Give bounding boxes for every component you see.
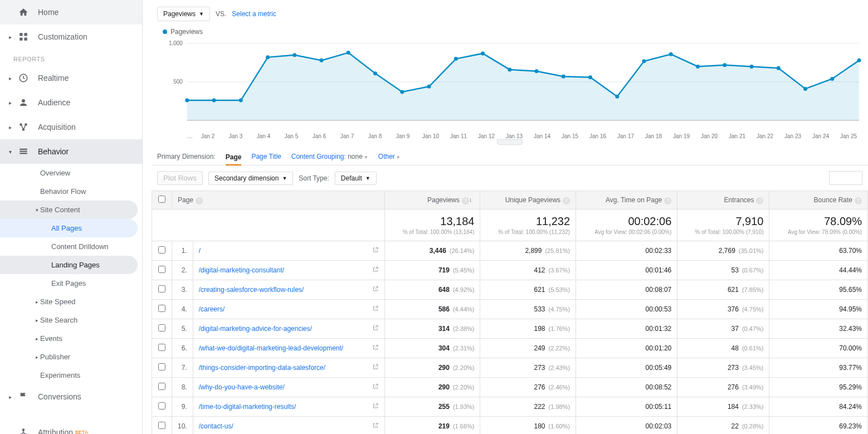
select-all-checkbox[interactable] [158, 196, 165, 203]
dimension-content-grouping[interactable]: Content Grouping: none▼ [291, 153, 368, 160]
row-page-cell: / [193, 241, 384, 261]
sub-exit-pages[interactable]: Exit Pages [0, 274, 142, 292]
nav-realtime-label: Realtime [38, 74, 69, 82]
sub-publisher[interactable]: ▸Publisher [0, 348, 142, 366]
svg-point-24 [292, 53, 296, 57]
metric-selector[interactable]: Pageviews ▼ [157, 7, 210, 21]
nav-conversions[interactable]: ▸ Conversions [0, 384, 142, 409]
external-link-icon[interactable] [372, 266, 379, 275]
help-icon[interactable]: ? [664, 197, 671, 204]
row-unique-pageviews: 249(2.22%) [480, 339, 576, 358]
external-link-icon[interactable] [372, 364, 379, 372]
external-link-icon[interactable] [372, 403, 379, 411]
dimension-other[interactable]: Other▼ [378, 153, 401, 160]
header-unique-pageviews[interactable]: Unique Pageviews? [480, 191, 576, 209]
nav-customization[interactable]: ▸ Customization [0, 25, 142, 49]
help-icon[interactable]: ? [563, 197, 570, 204]
row-unique-pageviews: 276(2.46%) [480, 378, 576, 397]
chart-drag-handle[interactable] [497, 139, 523, 145]
external-link-icon[interactable] [372, 325, 379, 333]
svg-point-29 [427, 85, 431, 89]
help-icon[interactable]: ? [756, 197, 763, 204]
page-link[interactable]: /digital-marketing-consultant/ [199, 266, 284, 274]
svg-point-25 [320, 58, 324, 62]
summary-unique: 11,232% of Total: 100.00% (11,232) [480, 209, 576, 241]
header-bounce-rate[interactable]: Bounce Rate? [769, 191, 868, 209]
page-link[interactable]: /time-to-digital-marketing-results/ [199, 403, 296, 411]
caret-right-icon: ▸ [33, 354, 40, 360]
legend-dot-icon [163, 30, 167, 34]
sub-site-search[interactable]: ▸Site Search [0, 311, 142, 329]
row-page-cell: /digital-marketing-advice-for-agencies/ [193, 319, 384, 339]
sub-landing-pages[interactable]: Landing Pages [0, 256, 138, 274]
svg-rect-2 [19, 38, 22, 41]
page-link[interactable]: / [199, 247, 201, 255]
row-unique-pageviews: 621(5.53%) [480, 280, 576, 300]
row-checkbox-cell [152, 280, 172, 300]
sort-type-dropdown[interactable]: Default ▼ [335, 172, 377, 185]
select-metric-link[interactable]: Select a metric [232, 10, 276, 18]
row-checkbox-cell [152, 339, 172, 358]
dimension-page-title[interactable]: Page Title [251, 153, 281, 160]
secondary-dimension-button[interactable]: Secondary dimension ▼ [208, 172, 293, 185]
external-link-icon[interactable] [372, 247, 379, 255]
sub-overview[interactable]: Overview [0, 164, 142, 182]
header-entrances[interactable]: Entrances? [677, 191, 769, 209]
header-avg-time[interactable]: Avg. Time on Page? [576, 191, 677, 209]
svg-point-27 [373, 71, 377, 75]
external-link-icon[interactable] [372, 344, 379, 353]
row-checkbox[interactable] [158, 324, 165, 331]
header-pageviews[interactable]: Pageviews?↓ [384, 191, 480, 209]
row-checkbox[interactable] [158, 422, 165, 429]
external-link-icon[interactable] [372, 305, 379, 314]
nav-acquisition[interactable]: ▸ Acquisition [0, 115, 142, 139]
external-link-icon[interactable] [372, 286, 379, 294]
row-checkbox[interactable] [158, 383, 165, 390]
row-checkbox[interactable] [158, 246, 165, 253]
page-link[interactable]: /what-we-do/digital-marketing-lead-devel… [199, 344, 343, 352]
sub-experiments[interactable]: Experiments [0, 366, 142, 384]
nav-home[interactable]: Home [0, 0, 142, 25]
sub-events[interactable]: ▸Events [0, 329, 142, 348]
nav-audience[interactable]: ▸ Audience [0, 90, 142, 115]
help-icon[interactable]: ? [462, 197, 469, 204]
row-checkbox[interactable] [158, 363, 165, 370]
help-icon[interactable]: ? [855, 197, 862, 204]
nav-realtime[interactable]: ▸ Realtime [0, 66, 142, 90]
row-checkbox[interactable] [158, 402, 165, 409]
row-checkbox[interactable] [158, 305, 165, 312]
row-pageviews: 719(5.45%) [384, 261, 480, 280]
sub-site-speed-label: Site Speed [40, 298, 76, 306]
row-checkbox[interactable] [158, 285, 165, 292]
svg-rect-9 [19, 149, 27, 150]
page-link[interactable]: /careers/ [199, 305, 225, 313]
line-chart[interactable]: 1,000500 [157, 40, 862, 129]
row-number: 4. [172, 300, 193, 319]
page-link[interactable]: /contact-us/ [199, 422, 233, 430]
page-link[interactable]: /things-consider-importing-data-salesfor… [199, 364, 325, 372]
sub-site-speed[interactable]: ▸Site Speed [0, 292, 142, 311]
search-input[interactable] [829, 171, 862, 185]
external-link-icon[interactable] [372, 422, 379, 431]
header-page[interactable]: Page? [172, 191, 385, 209]
nav-attribution[interactable]: Attribution BETA [0, 420, 142, 434]
row-entrances: 53(0.67%) [677, 261, 769, 280]
row-bounce-rate: 93.77% [769, 358, 868, 378]
row-checkbox[interactable] [158, 344, 165, 351]
sub-all-pages[interactable]: All Pages [0, 219, 138, 237]
page-link[interactable]: /creating-salesforce-workflow-rules/ [199, 286, 304, 294]
svg-point-12 [23, 429, 25, 431]
row-checkbox[interactable] [158, 266, 165, 273]
page-link[interactable]: /why-do-you-have-a-website/ [199, 383, 285, 391]
help-icon[interactable]: ? [196, 197, 203, 204]
sub-content-drilldown[interactable]: Content Drilldown [0, 237, 142, 256]
nav-behavior[interactable]: ▾ Behavior [0, 139, 142, 164]
page-link[interactable]: /digital-marketing-advice-for-agencies/ [199, 325, 312, 333]
dimension-page[interactable]: Page [226, 153, 242, 165]
header-checkbox-col [152, 191, 172, 209]
sub-site-content[interactable]: ▾ Site Content [0, 201, 138, 219]
sub-behavior-flow[interactable]: Behavior Flow [0, 182, 142, 201]
sub-site-search-label: Site Search [40, 316, 77, 324]
external-link-icon[interactable] [372, 383, 379, 392]
chevron-down-icon: ▼ [396, 155, 401, 160]
